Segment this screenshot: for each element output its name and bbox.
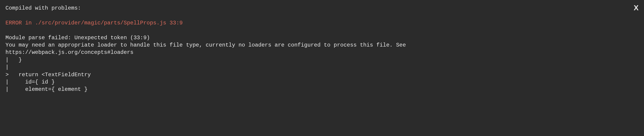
error-prefix: ERROR in bbox=[6, 20, 35, 26]
compile-heading: Compiled with problems: bbox=[6, 5, 638, 12]
error-message: Module parse failed: Unexpected token (3… bbox=[6, 34, 638, 56]
error-file-location: ./src/provider/magic/parts/SpellProps.js… bbox=[35, 20, 183, 26]
close-button[interactable]: X bbox=[634, 4, 638, 12]
error-code-snippet: | } | > return <TextFieldEntry | id={ id… bbox=[6, 56, 638, 93]
error-location-line: ERROR in ./src/provider/magic/parts/Spel… bbox=[6, 19, 638, 27]
